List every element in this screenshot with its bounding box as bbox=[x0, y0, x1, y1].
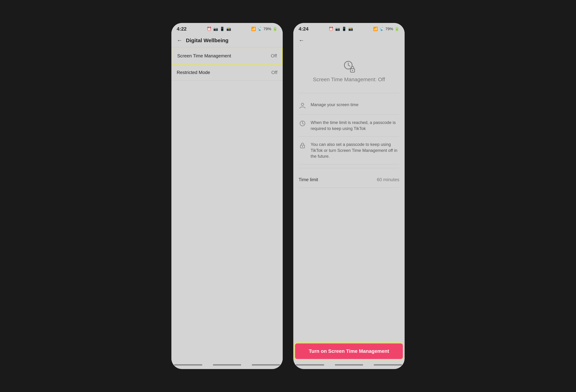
screen-icon: 📱 bbox=[220, 27, 225, 31]
back-arrow-1[interactable]: ← bbox=[177, 37, 182, 44]
menu-list-1: Screen Time Management Off Restricted Mo… bbox=[171, 47, 283, 361]
page-title-1: Digital Wellbeing bbox=[186, 37, 229, 43]
battery-2: 79% bbox=[385, 27, 393, 31]
screen-icon-2: 📱 bbox=[342, 27, 346, 31]
divider-2 bbox=[299, 168, 399, 168]
status-bar-1: 4:22 ⏰ 📷 📱 📸 📶 📡 79% 🔋 bbox=[171, 23, 283, 33]
feature-item-1: Manage your screen time bbox=[299, 97, 399, 115]
lock-feature-icon bbox=[299, 141, 306, 149]
turn-on-screen-time-button[interactable]: Turn on Screen Time Management bbox=[295, 343, 403, 359]
nav-header-1: ← Digital Wellbeing bbox=[171, 33, 283, 47]
feature-text-1: Manage your screen time bbox=[311, 102, 399, 108]
time-limit-value: 60 minutes bbox=[377, 177, 399, 183]
home-indicator-6 bbox=[374, 364, 402, 366]
signal-icon-2: 📡 bbox=[379, 27, 384, 31]
nav-header-2: ← bbox=[293, 33, 405, 47]
clock-lock-icon bbox=[342, 59, 356, 74]
screen-time-detail-content: Screen Time Management: Off Manage your … bbox=[293, 47, 405, 340]
screen-time-off-title: Screen Time Management: Off bbox=[313, 77, 385, 82]
feature-text-3: You can also set a passcode to keep usin… bbox=[311, 141, 399, 159]
status-right-1: 📶 📡 79% 🔋 bbox=[251, 27, 277, 31]
clock-icon-2: ⏰ bbox=[329, 27, 333, 31]
feature-item-3: You can also set a passcode to keep usin… bbox=[299, 136, 399, 164]
menu-item-screen-time[interactable]: Screen Time Management Off bbox=[171, 47, 283, 64]
phone-2: 4:24 ⏰ 📷 📱 📸 📶 📡 79% 🔋 ← bbox=[293, 23, 405, 369]
status-icons-1: ⏰ 📷 📱 📸 bbox=[207, 27, 231, 31]
home-indicator-5 bbox=[335, 364, 363, 366]
home-indicator-4 bbox=[296, 364, 324, 366]
status-right-2: 📶 📡 79% 🔋 bbox=[373, 27, 399, 31]
phones-container: 4:22 ⏰ 📷 📱 📸 📶 📡 79% 🔋 ← Digital Wellbei… bbox=[171, 23, 405, 369]
instagram2-icon-2: 📸 bbox=[348, 27, 353, 31]
clock-feature-icon bbox=[299, 120, 306, 127]
svg-line-8 bbox=[302, 123, 304, 124]
time-limit-label: Time limit bbox=[299, 177, 318, 183]
svg-point-5 bbox=[301, 103, 304, 105]
signal-icon: 📡 bbox=[257, 27, 262, 31]
spacer bbox=[299, 188, 399, 333]
status-icons-2: ⏰ 📷 📱 📸 bbox=[329, 27, 353, 31]
home-indicator-3 bbox=[252, 364, 280, 366]
menu-item-restricted-mode[interactable]: Restricted Mode Off bbox=[171, 64, 283, 81]
feature-item-2: When the time limit is reached, a passco… bbox=[299, 115, 399, 136]
clock-icon: ⏰ bbox=[207, 27, 211, 31]
wifi-icon: 📶 bbox=[251, 27, 256, 31]
instagram-icon: 📷 bbox=[213, 27, 218, 31]
time-limit-row[interactable]: Time limit 60 minutes bbox=[299, 172, 399, 188]
status-time-1: 4:22 bbox=[177, 26, 187, 32]
instagram2-icon: 📸 bbox=[226, 27, 231, 31]
feature-header: Screen Time Management: Off bbox=[299, 54, 399, 90]
phone-bottom-2 bbox=[293, 361, 405, 369]
back-arrow-2[interactable]: ← bbox=[299, 37, 304, 44]
screen-time-label: Screen Time Management bbox=[177, 53, 231, 59]
restricted-mode-label: Restricted Mode bbox=[177, 70, 210, 75]
home-indicator-2 bbox=[213, 364, 241, 366]
home-indicator-1 bbox=[174, 364, 202, 366]
instagram-icon-2: 📷 bbox=[335, 27, 340, 31]
restricted-mode-value: Off bbox=[271, 70, 277, 75]
feature-text-2: When the time limit is reached, a passco… bbox=[311, 120, 399, 131]
svg-line-2 bbox=[348, 65, 350, 66]
phone-1: 4:22 ⏰ 📷 📱 📸 📶 📡 79% 🔋 ← Digital Wellbei… bbox=[171, 23, 283, 369]
status-time-2: 4:24 bbox=[299, 26, 309, 32]
phone-bottom-1 bbox=[171, 361, 283, 369]
feature-list: Manage your screen time When the time li… bbox=[299, 97, 399, 164]
battery-1: 79% bbox=[263, 27, 271, 31]
battery-icon-1: 🔋 bbox=[273, 27, 277, 31]
battery-icon-2: 🔋 bbox=[395, 27, 399, 31]
wifi-icon-2: 📶 bbox=[373, 27, 378, 31]
status-bar-2: 4:24 ⏰ 📷 📱 📸 📶 📡 79% 🔋 bbox=[293, 23, 405, 33]
svg-point-10 bbox=[302, 146, 303, 147]
svg-point-4 bbox=[352, 70, 353, 71]
screen-time-value: Off bbox=[271, 53, 277, 59]
person-icon bbox=[299, 102, 306, 109]
